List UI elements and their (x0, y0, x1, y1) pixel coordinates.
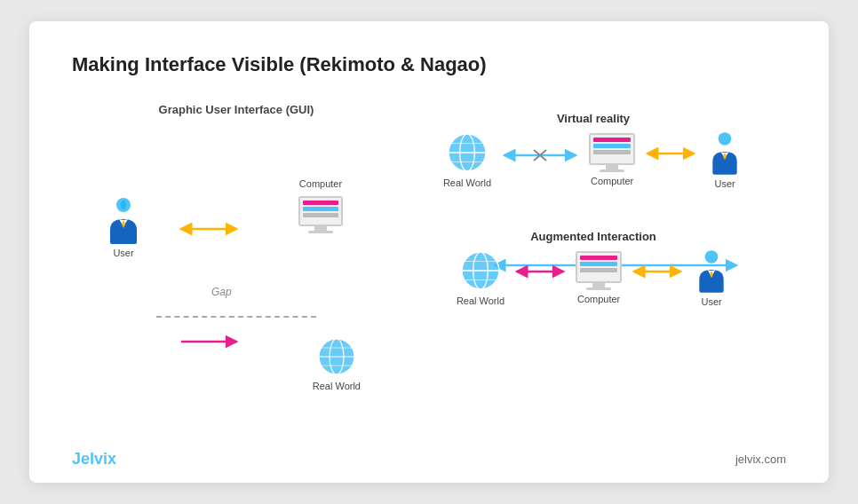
screen-bar-vr-gray (593, 150, 631, 154)
ai-computer: Computer (576, 251, 622, 304)
globe-icon-vr (446, 131, 489, 174)
globe-icon-gui (316, 336, 357, 377)
svg-point-1 (121, 201, 126, 209)
vr-computer-label: Computer (591, 176, 633, 186)
computer-icon-gui (298, 196, 343, 233)
vr-realworld: Real World (443, 131, 491, 188)
screen-bar-pink (303, 201, 338, 205)
ai-arrow-rw-c (513, 264, 567, 283)
ai-realworld-label: Real World (457, 295, 504, 306)
gui-arrows-down (174, 334, 245, 353)
gui-computer: Computer (298, 178, 343, 233)
monitor-base-gui (308, 231, 333, 233)
vr-computer: Computer (589, 133, 635, 186)
screen-bar-ai-pink (580, 256, 617, 260)
ai-user: User (693, 248, 730, 307)
vr-realworld-label: Real World (443, 177, 491, 188)
gui-user: User (103, 196, 144, 258)
person-icon-vr-user (706, 130, 743, 175)
svg-point-31 (705, 250, 719, 264)
gui-arrows-up (174, 221, 245, 240)
monitor-gui (298, 196, 343, 226)
screen-bar-ai-gray (580, 268, 617, 272)
slide-title: Making Interface Visible (Rekimoto & Nag… (72, 53, 786, 76)
ai-block: Augmented Interaction Real World (401, 221, 786, 321)
vr-block: Virtual reality Real World (401, 103, 786, 198)
gui-arrow-down-icon (174, 334, 245, 350)
ai-realworld: Real World (457, 249, 504, 306)
footer: Jelvix jelvix.com (72, 450, 786, 469)
gui-gap-label: Gap (211, 283, 232, 299)
ai-arrow-rwc (513, 264, 567, 280)
right-section: Virtual reality Real World (401, 103, 786, 409)
monitor-screen-ai (577, 253, 620, 281)
person-icon-gui-user (103, 196, 144, 244)
gui-realworld: Real World (313, 336, 361, 391)
monitor-screen-gui (300, 198, 341, 224)
vr-arrow-top (500, 147, 580, 163)
vr-diagram-row: Real World (415, 130, 772, 189)
slide: Making Interface Visible (Rekimoto & Nag… (29, 21, 829, 483)
brand-logo: Jelvix (72, 450, 116, 469)
vr-arrow-cu (644, 146, 697, 161)
svg-point-21 (719, 132, 732, 146)
gui-user-label: User (113, 248, 133, 258)
gui-arrow-up-icon (174, 221, 245, 237)
monitor-screen-vr (591, 135, 633, 163)
vr-user-label: User (714, 178, 735, 189)
person-icon-ai-user (693, 248, 730, 293)
ai-arrow-c-u (631, 264, 684, 283)
vr-arrow-computer-user (644, 146, 697, 165)
ai-user-label: User (701, 296, 721, 307)
ai-diagram-row: Real World (415, 248, 772, 307)
monitor-ai (576, 251, 622, 283)
gui-dashed-line (156, 316, 316, 318)
brand-name: Jelvix (72, 450, 116, 468)
gui-section: Graphic User Interface (GUI) (72, 103, 401, 409)
gui-diagram: User (85, 125, 387, 409)
screen-bar-ai-blue (580, 262, 617, 266)
brand-url: jelvix.com (735, 453, 786, 466)
gui-realworld-label: Real World (313, 381, 361, 391)
vr-label: Virtual reality (415, 112, 772, 125)
screen-bar-gray (303, 213, 338, 217)
ai-label: Augmented Interaction (415, 230, 772, 243)
monitor-base-ai (586, 287, 611, 290)
vr-user: User (706, 130, 743, 189)
vr-arrows (500, 147, 580, 163)
globe-icon-ai (459, 249, 502, 292)
ai-arrow-cu (631, 264, 684, 280)
gui-computer-label: Computer (299, 178, 342, 189)
computer-icon-ai (576, 251, 622, 290)
gui-label: Graphic User Interface (GUI) (72, 103, 401, 116)
content-area: Graphic User Interface (GUI) (72, 103, 786, 409)
ai-computer-label: Computer (577, 294, 620, 304)
computer-icon-vr (589, 133, 635, 172)
screen-bar-vr-blue (593, 144, 631, 148)
screen-bar-vr-pink (593, 138, 631, 142)
screen-bar-blue (303, 207, 338, 211)
monitor-vr (589, 133, 635, 165)
monitor-base-vr (600, 169, 624, 172)
